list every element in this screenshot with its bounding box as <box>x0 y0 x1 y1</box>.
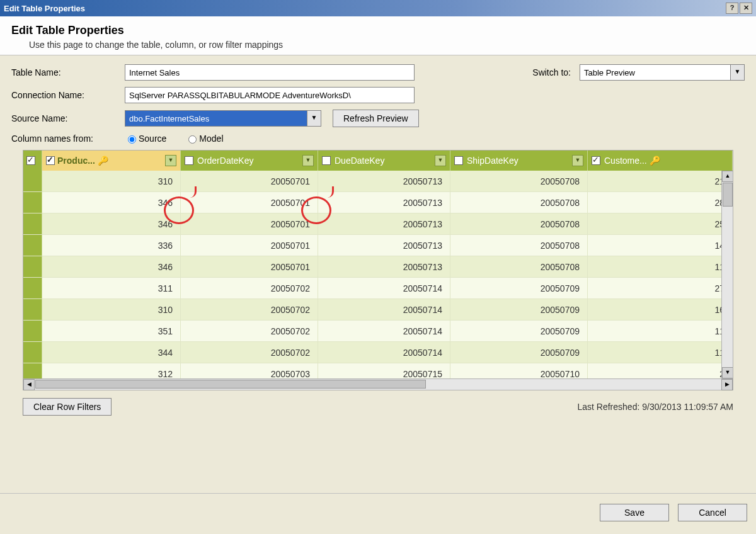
orderdatekey-checkbox[interactable] <box>185 156 193 165</box>
column-header-productkey[interactable]: Produc... 🔑 ▼ <box>42 151 181 171</box>
cell: 20050709 <box>450 321 588 342</box>
cell: 20050702 <box>181 299 318 321</box>
customerkey-label: Custome... <box>604 156 647 166</box>
cell: 11 <box>588 342 733 363</box>
table-name-input[interactable] <box>125 64 415 81</box>
row-header[interactable] <box>23 342 42 363</box>
duedatekey-filter[interactable]: ▼ <box>435 155 446 166</box>
cell: 20050708 <box>450 171 588 192</box>
radio-source-label: Source <box>139 134 166 144</box>
source-name-input[interactable] <box>125 110 307 127</box>
cancel-button[interactable]: Cancel <box>678 504 747 521</box>
scroll-thumb[interactable] <box>723 183 733 207</box>
dialog-buttons: Save Cancel <box>600 497 747 528</box>
cell: 346 <box>42 192 181 213</box>
titlebar: Edit Table Properties ? ✕ <box>0 0 756 16</box>
key-icon: 🔑 <box>98 156 108 166</box>
row-header[interactable] <box>23 235 42 256</box>
radio-model[interactable] <box>188 135 197 144</box>
select-all-header[interactable] <box>23 151 42 171</box>
cell: 20050713 <box>318 256 450 278</box>
select-all-checkbox[interactable] <box>26 156 35 165</box>
scroll-left-arrow[interactable]: ◀ <box>23 379 35 390</box>
row-header[interactable] <box>23 278 42 299</box>
cell: 20050708 <box>450 192 588 213</box>
scroll-down-arrow[interactable]: ▼ <box>722 367 733 378</box>
table-row[interactable]: 34620050701200507132005070828 <box>23 192 733 213</box>
cell: 11 <box>588 321 733 342</box>
table-row[interactable]: 3122005070320050715200507102 <box>23 363 733 378</box>
data-grid: Produc... 🔑 ▼ OrderDateKey ▼ DueDateKey … <box>23 150 733 390</box>
cell: 312 <box>42 363 181 378</box>
grid-body: ▲ ▼ 310200507012005071320050708213462005… <box>23 171 733 378</box>
switch-to-label: Switch to: <box>532 67 571 77</box>
cell: 20050701 <box>181 256 318 278</box>
cell: 310 <box>42 171 181 192</box>
table-row[interactable]: 31120050702200507142005070927 <box>23 278 733 299</box>
cell: 20050701 <box>181 235 318 256</box>
shipdatekey-checkbox[interactable] <box>454 156 463 165</box>
cell: 20050702 <box>181 278 318 299</box>
switch-to-select[interactable] <box>580 64 731 81</box>
shipdatekey-label: ShipDateKey <box>467 156 518 166</box>
table-row[interactable]: 33620050701200507132005070814 <box>23 235 733 256</box>
source-name-dropdown[interactable]: ▼ <box>307 110 321 127</box>
clear-row-filters-button[interactable]: Clear Row Filters <box>23 398 112 416</box>
help-button[interactable]: ? <box>726 3 738 14</box>
cell: 310 <box>42 299 181 321</box>
column-names-from-label: Column names from: <box>11 134 125 144</box>
cell: 20050708 <box>450 235 588 256</box>
orderdatekey-filter[interactable]: ▼ <box>302 155 314 166</box>
productkey-filter[interactable]: ▼ <box>165 155 176 166</box>
radio-source[interactable] <box>128 135 136 144</box>
table-row[interactable]: 34620050701200507132005070811 <box>23 256 733 278</box>
column-header-duedatekey[interactable]: DueDateKey ▼ <box>318 151 450 171</box>
refresh-preview-button[interactable]: Refresh Preview <box>333 110 419 127</box>
horizontal-scrollbar[interactable]: ◀ ▶ <box>23 378 733 390</box>
cell: 28 <box>588 192 733 213</box>
close-button[interactable]: ✕ <box>740 3 752 14</box>
column-header-orderdatekey[interactable]: OrderDateKey ▼ <box>181 151 318 171</box>
table-row[interactable]: 34620050701200507132005070825 <box>23 213 733 235</box>
column-header-customerkey[interactable]: Custome... 🔑 <box>588 151 733 171</box>
duedatekey-label: DueDateKey <box>335 156 384 166</box>
hscroll-thumb[interactable] <box>35 380 426 389</box>
orderdatekey-label: OrderDateKey <box>197 156 253 166</box>
cell: 11 <box>588 256 733 278</box>
table-row[interactable]: 34420050702200507142005070911 <box>23 342 733 363</box>
cell: 20050713 <box>318 213 450 235</box>
table-row[interactable]: 31020050702200507142005070916 <box>23 299 733 321</box>
table-row[interactable]: 35120050702200507142005070911 <box>23 321 733 342</box>
cell: 20050715 <box>318 363 450 378</box>
productkey-checkbox[interactable] <box>46 156 55 165</box>
scroll-right-arrow[interactable]: ▶ <box>721 379 733 390</box>
cell: 344 <box>42 342 181 363</box>
table-row[interactable]: 31020050701200507132005070821 <box>23 171 733 192</box>
vertical-scrollbar[interactable]: ▲ ▼ <box>721 171 733 378</box>
column-header-shipdatekey[interactable]: ShipDateKey ▼ <box>450 151 588 171</box>
customerkey-checkbox[interactable] <box>592 156 600 165</box>
shipdatekey-filter[interactable]: ▼ <box>572 155 583 166</box>
grid-footer: Clear Row Filters Last Refreshed: 9/30/2… <box>11 390 745 423</box>
row-header[interactable] <box>23 256 42 278</box>
window-title: Edit Table Properties <box>4 4 85 13</box>
cell: 25 <box>588 213 733 235</box>
duedatekey-checkbox[interactable] <box>322 156 331 165</box>
switch-to-dropdown[interactable]: ▼ <box>731 64 745 81</box>
scroll-up-arrow[interactable]: ▲ <box>722 171 733 182</box>
last-refreshed-label: Last Refreshed: 9/30/2013 11:09:57 AM <box>577 402 733 412</box>
connection-name-input[interactable] <box>125 87 415 103</box>
cell: 20050714 <box>318 321 450 342</box>
page-title: Edit Table Properties <box>11 24 745 37</box>
row-header[interactable] <box>23 213 42 235</box>
row-header[interactable] <box>23 171 42 192</box>
save-button[interactable]: Save <box>600 504 669 521</box>
row-header[interactable] <box>23 299 42 321</box>
cell: 20050714 <box>318 299 450 321</box>
row-header[interactable] <box>23 321 42 342</box>
row-header[interactable] <box>23 192 42 213</box>
source-name-label: Source Name: <box>11 113 125 123</box>
row-header[interactable] <box>23 363 42 378</box>
cell: 27 <box>588 278 733 299</box>
cell: 20050708 <box>450 213 588 235</box>
